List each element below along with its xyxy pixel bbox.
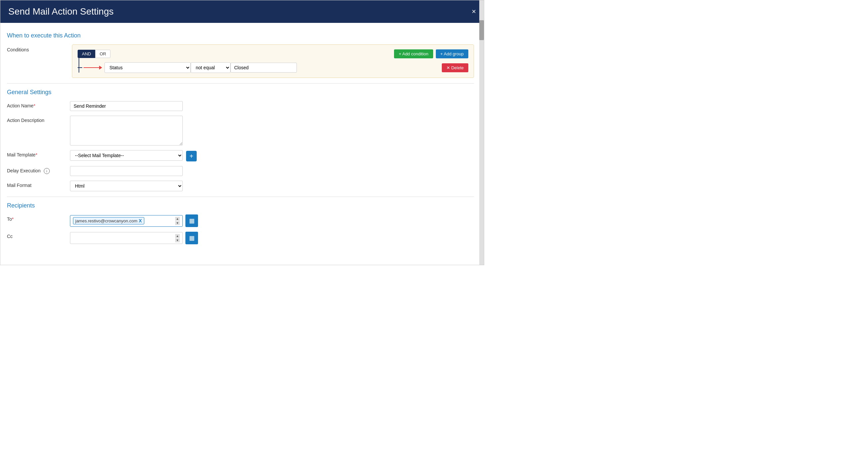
delete-button[interactable]: ✕ Delete [442, 63, 468, 72]
add-template-button[interactable]: + [186, 151, 197, 161]
cc-scroll-up[interactable]: ▲ [175, 234, 180, 238]
close-button[interactable]: × [472, 8, 476, 15]
cc-input-group: ▲ ▼ ▦ [70, 232, 198, 244]
recipients-section: Recipients To* james.restivo@crowcanyon.… [7, 202, 474, 244]
add-condition-button[interactable]: + Add condition [394, 49, 433, 58]
arrowhead [99, 66, 102, 70]
to-tag-remove[interactable]: X [138, 218, 142, 224]
delay-execution-label: Delay Execution i [7, 166, 67, 174]
to-picker-button[interactable]: ▦ [185, 214, 198, 227]
add-group-button[interactable]: + Add group [436, 49, 468, 58]
delay-execution-row: Delay Execution i [7, 166, 474, 176]
cc-label: Cc [7, 232, 67, 239]
conditions-content: AND OR + Add condition + Add group [72, 44, 474, 78]
cc-scroll-down[interactable]: ▼ [175, 238, 180, 242]
general-heading: General Settings [7, 89, 474, 96]
cc-input-wrapper: ▲ ▼ [70, 232, 183, 244]
modal-container: Send Mail Action Settings × When to exec… [0, 0, 484, 265]
divider-2 [7, 197, 474, 197]
condition-row-container: Status not equal ✕ Delete [78, 62, 468, 73]
and-or-group: AND OR [78, 50, 111, 58]
condition-value-input[interactable] [230, 63, 297, 73]
to-label: To* [7, 214, 67, 222]
modal-header: Send Mail Action Settings × [0, 0, 484, 23]
to-scroll-down[interactable]: ▼ [175, 221, 180, 225]
picker-icon: ▦ [189, 217, 195, 225]
cc-scroll-buttons: ▲ ▼ [175, 234, 180, 242]
or-button[interactable]: OR [95, 50, 111, 58]
when-heading: When to execute this Action [7, 32, 474, 39]
red-arrow-container [78, 67, 102, 68]
conditions-label: Conditions [7, 44, 67, 53]
action-name-input[interactable] [70, 101, 183, 111]
to-row: To* james.restivo@crowcanyon.com X ▲ ▼ [7, 214, 474, 227]
scrollbar-thumb[interactable] [479, 20, 484, 40]
to-tag: james.restivo@crowcanyon.com X [73, 217, 144, 225]
vertical-connector [79, 58, 79, 73]
action-name-label: Action Name* [7, 101, 67, 108]
action-name-row: Action Name* [7, 101, 474, 111]
red-line [84, 67, 102, 68]
condition-field-select[interactable]: Status [104, 62, 191, 73]
mail-format-select[interactable]: Html Text [70, 181, 183, 191]
modal-title: Send Mail Action Settings [8, 6, 114, 17]
info-icon: i [44, 168, 50, 174]
and-button[interactable]: AND [78, 50, 95, 58]
recipients-heading: Recipients [7, 202, 474, 209]
general-section: General Settings Action Name* Action Des… [7, 89, 474, 191]
cc-picker-icon: ▦ [189, 234, 195, 242]
cc-picker-button[interactable]: ▦ [185, 232, 198, 244]
action-description-textarea[interactable] [70, 116, 183, 145]
delete-btn-wrapper: ✕ Delete [297, 63, 468, 72]
mail-template-select[interactable]: --Select Mail Template-- [70, 150, 183, 161]
scrollbar-track [479, 0, 484, 265]
modal-body: When to execute this Action Conditions A… [0, 23, 484, 265]
conditions-box: AND OR + Add condition + Add group [72, 44, 474, 78]
mail-template-label: Mail Template* [7, 150, 67, 158]
red-arrow [84, 67, 102, 68]
mail-format-row: Mail Format Html Text [7, 181, 474, 191]
condition-operator-select[interactable]: not equal [191, 62, 230, 73]
to-input-group: james.restivo@crowcanyon.com X ▲ ▼ ▦ [70, 214, 198, 227]
to-scroll-up[interactable]: ▲ [175, 217, 180, 221]
divider-1 [7, 83, 474, 83]
mail-template-row: Mail Template* --Select Mail Template-- … [7, 150, 474, 161]
conditions-row: Conditions AND OR + Add condition + Add … [7, 44, 474, 78]
mail-format-label: Mail Format [7, 181, 67, 188]
action-description-row: Action Description [7, 116, 474, 145]
action-description-label: Action Description [7, 116, 67, 123]
delay-execution-input[interactable] [70, 166, 183, 176]
to-input-wrapper: james.restivo@crowcanyon.com X ▲ ▼ [70, 215, 183, 227]
to-scroll-buttons: ▲ ▼ [175, 217, 180, 225]
when-section: When to execute this Action Conditions A… [7, 32, 474, 78]
condition-action-buttons: + Add condition + Add group [394, 49, 468, 58]
conditions-top-row: AND OR + Add condition + Add group [78, 49, 468, 58]
cc-row: Cc ▲ ▼ ▦ [7, 232, 474, 244]
